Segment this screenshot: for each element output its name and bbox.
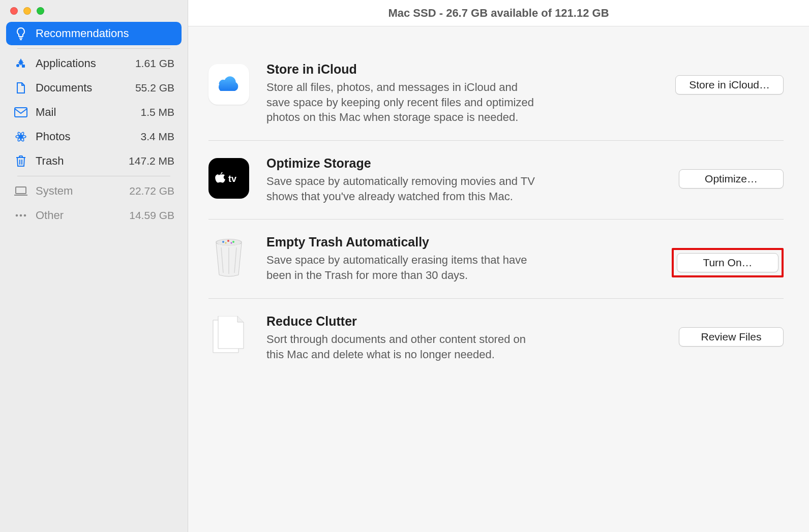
recommendations-panel: Store in iCloud Store all files, photos,… — [188, 26, 809, 532]
svg-point-22 — [232, 241, 234, 243]
title-text: Mac SSD - 26.7 GB available of 121.12 GB — [388, 7, 609, 20]
sidebar-item-size: 55.2 GB — [135, 82, 174, 94]
minimize-window-button[interactable] — [23, 7, 31, 15]
turn-on-button[interactable]: Turn On… — [677, 253, 778, 272]
applications-icon — [14, 57, 27, 70]
sidebar-item-size: 1.5 MB — [140, 106, 174, 118]
trash-icon — [14, 155, 27, 167]
sidebar-item-trash[interactable]: Trash 147.2 MB — [6, 149, 182, 173]
svg-point-16 — [24, 214, 26, 217]
close-window-button[interactable] — [10, 7, 18, 15]
sidebar-item-applications[interactable]: Applications 1.61 GB — [6, 52, 182, 75]
lightbulb-icon — [14, 27, 27, 40]
sidebar-item-documents[interactable]: Documents 55.2 GB — [6, 76, 182, 100]
sidebar-item-recommendations[interactable]: Recommendations — [6, 22, 182, 45]
rec-title: Reduce Clutter — [266, 314, 646, 329]
envelope-icon — [14, 107, 27, 117]
laptop-icon — [14, 186, 27, 196]
svg-point-23 — [225, 242, 227, 244]
rec-empty-trash: Empty Trash Automatically Save space by … — [208, 219, 784, 298]
svg-point-14 — [16, 214, 18, 217]
rec-title: Store in iCloud — [266, 62, 643, 77]
icloud-icon — [208, 64, 249, 105]
rec-description: Save space by automatically erasing item… — [266, 253, 541, 283]
svg-point-20 — [222, 241, 224, 243]
sidebar-item-label: Photos — [36, 130, 132, 143]
svg-marker-4 — [19, 58, 22, 61]
apple-tv-icon: tv — [208, 158, 249, 199]
documents-stack-icon — [208, 316, 249, 357]
ellipsis-icon — [14, 213, 27, 217]
svg-point-15 — [20, 214, 22, 217]
sidebar-item-other[interactable]: Other 14.59 GB — [6, 204, 182, 227]
rec-title: Optimize Storage — [266, 156, 646, 171]
sidebar-item-label: Documents — [36, 81, 127, 95]
rec-optimize-storage: tv Optimize Storage Save space by automa… — [208, 140, 784, 219]
sidebar-item-size: 1.61 GB — [135, 57, 174, 70]
sidebar-item-label: Recommendations — [36, 27, 174, 40]
sidebar-item-label: Other — [36, 209, 121, 222]
sidebar-item-label: System — [36, 184, 121, 198]
rec-description: Store all files, photos, and messages in… — [266, 80, 541, 125]
sidebar-item-photos[interactable]: Photos 3.4 MB — [6, 125, 182, 148]
sidebar-divider — [17, 176, 170, 176]
sidebar-item-mail[interactable]: Mail 1.5 MB — [6, 101, 182, 124]
svg-rect-3 — [22, 65, 25, 68]
rec-description: Save space by automatically removing mov… — [266, 174, 541, 204]
rec-store-in-icloud: Store in iCloud Store all files, photos,… — [208, 47, 784, 140]
sidebar-item-size: 147.2 MB — [129, 155, 174, 167]
svg-rect-5 — [15, 108, 27, 117]
sidebar-item-size: 3.4 MB — [140, 131, 174, 143]
svg-point-24 — [231, 242, 232, 244]
sidebar-item-label: Applications — [36, 57, 127, 70]
window-controls — [0, 0, 188, 22]
highlight-annotation: Turn On… — [672, 248, 784, 277]
sidebar: Recommendations Applications 1.61 GB Doc… — [0, 0, 188, 532]
sidebar-item-system[interactable]: System 22.72 GB — [6, 179, 182, 203]
photos-icon — [14, 131, 27, 143]
sidebar-item-size: 14.59 GB — [129, 209, 174, 222]
svg-rect-12 — [16, 187, 26, 194]
optimize-button[interactable]: Optimize… — [679, 169, 784, 189]
svg-point-21 — [227, 240, 229, 242]
sidebar-item-label: Mail — [36, 106, 132, 119]
zoom-window-button[interactable] — [37, 7, 44, 15]
store-in-icloud-button[interactable]: Store in iCloud… — [675, 75, 784, 95]
content-area: Mac SSD - 26.7 GB available of 121.12 GB… — [188, 0, 809, 532]
rec-description: Sort through documents and other content… — [266, 332, 541, 362]
trash-full-icon — [208, 237, 249, 277]
window-title: Mac SSD - 26.7 GB available of 121.12 GB — [188, 0, 809, 26]
svg-point-2 — [16, 64, 19, 67]
sidebar-divider — [17, 48, 170, 49]
rec-title: Empty Trash Automatically — [266, 235, 639, 249]
svg-text:tv: tv — [228, 174, 236, 184]
review-files-button[interactable]: Review Files — [679, 327, 784, 347]
rec-reduce-clutter: Reduce Clutter Sort through documents an… — [208, 298, 784, 377]
document-icon — [14, 82, 27, 94]
sidebar-item-size: 22.72 GB — [129, 185, 174, 197]
sidebar-item-label: Trash — [36, 154, 121, 168]
